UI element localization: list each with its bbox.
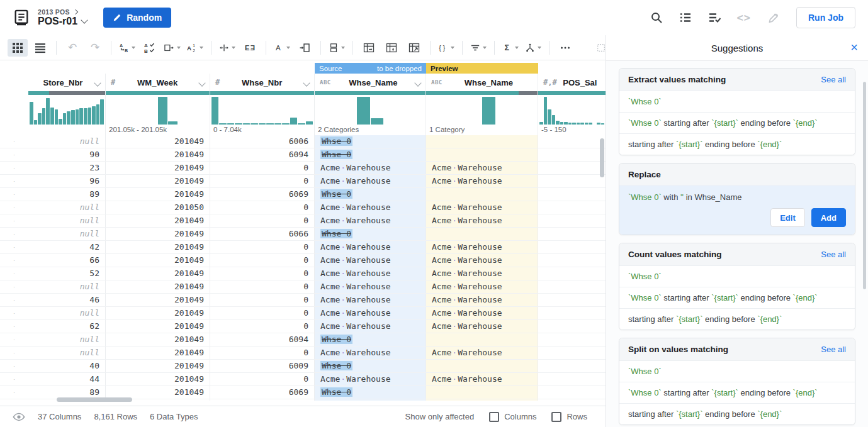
cell[interactable]: null xyxy=(28,280,106,293)
steps-checklist-icon[interactable] xyxy=(708,11,721,24)
close-icon[interactable]: × xyxy=(850,40,858,54)
format-number-icon[interactable]: A12 xyxy=(185,39,205,57)
replace-icon[interactable]: AB xyxy=(117,39,137,57)
row-view-icon[interactable] xyxy=(30,39,50,57)
row-menu-dot[interactable]: · xyxy=(0,254,28,267)
breadcrumb-flow[interactable]: 2013 POS xyxy=(38,8,70,16)
cell[interactable]: Acme·Warehouse xyxy=(315,320,426,333)
cell[interactable]: Acme·Warehouse xyxy=(315,175,426,187)
cell[interactable]: Whse 0 xyxy=(315,148,426,161)
edit-button[interactable]: Edit xyxy=(770,208,805,227)
column-header-Whse_Name[interactable]: ABCWhse_Name2 Categories xyxy=(315,74,426,135)
cell[interactable] xyxy=(538,347,606,359)
cell[interactable]: 52 xyxy=(28,267,106,280)
panel-scrollbar-thumb[interactable] xyxy=(863,82,866,289)
cell[interactable]: 0 xyxy=(210,399,315,401)
column-menu-chevron-icon[interactable] xyxy=(95,78,100,87)
cell[interactable]: 0 xyxy=(210,280,315,293)
row-menu-dot[interactable]: · xyxy=(0,267,28,280)
cell[interactable]: 201050 xyxy=(106,201,210,214)
cell[interactable]: 6066 xyxy=(210,228,315,240)
cell[interactable]: 96 xyxy=(28,175,106,187)
cell[interactable]: Whse 0 xyxy=(315,135,426,148)
row-menu-dot[interactable]: · xyxy=(0,135,28,148)
row-menu-dot[interactable]: · xyxy=(0,333,28,346)
cell[interactable]: 201049 xyxy=(106,267,210,280)
cell[interactable]: 6094 xyxy=(210,148,315,161)
table-horizontal-scrollbar-thumb[interactable] xyxy=(57,397,132,402)
cell[interactable]: 0 xyxy=(210,214,315,227)
column-histogram[interactable] xyxy=(106,95,210,125)
cell[interactable]: null xyxy=(28,228,106,240)
suggestion-item[interactable]: starting after `{start}` ending before `… xyxy=(619,403,855,424)
cell[interactable]: 201049 xyxy=(106,254,210,267)
cell[interactable] xyxy=(538,135,606,148)
unpivot-icon[interactable] xyxy=(381,39,402,57)
cell[interactable] xyxy=(538,294,606,306)
cell[interactable]: 201049 xyxy=(106,360,210,372)
cell[interactable]: 0 xyxy=(210,254,315,267)
cell[interactable]: 66 xyxy=(28,254,106,267)
column-menu-chevron-icon[interactable] xyxy=(200,78,205,87)
cell[interactable]: 42 xyxy=(28,241,106,253)
cell[interactable] xyxy=(538,373,606,385)
cell[interactable] xyxy=(538,148,606,161)
cell[interactable]: 201049 xyxy=(106,320,210,333)
cell[interactable]: Whse 0 xyxy=(315,188,426,201)
sample-random-button[interactable]: Random xyxy=(103,8,171,28)
cell[interactable]: 6069 xyxy=(210,386,315,399)
data-quality-bar[interactable] xyxy=(28,91,105,95)
cell[interactable]: Acme·Warehouse xyxy=(426,320,538,333)
cell[interactable] xyxy=(538,188,606,201)
cell[interactable]: Acme·Warehouse xyxy=(426,373,538,385)
row-menu-dot[interactable]: · xyxy=(0,201,28,214)
cell[interactable]: Whse 0 xyxy=(315,333,426,346)
column-header-WM_Week[interactable]: #WM_Week201.05k - 201.05k xyxy=(106,74,210,135)
manage-columns-icon[interactable] xyxy=(327,39,347,57)
cell[interactable]: 46 xyxy=(28,294,106,306)
insert-icon[interactable] xyxy=(295,39,315,57)
row-menu-dot[interactable]: · xyxy=(0,347,28,359)
standardize-icon[interactable]: AB xyxy=(140,39,160,57)
run-job-button[interactable]: Run Job xyxy=(796,7,855,28)
row-menu-dot[interactable]: · xyxy=(0,175,28,187)
see-all-link[interactable]: See all xyxy=(821,75,846,84)
cell[interactable]: 62 xyxy=(28,320,106,333)
column-header-Store_Nbr[interactable]: Store_Nbr xyxy=(28,74,106,135)
cell[interactable]: null xyxy=(28,214,106,227)
cell[interactable]: 23 xyxy=(28,162,106,174)
cell[interactable]: Acme·Warehouse xyxy=(426,307,538,319)
cell[interactable] xyxy=(538,175,606,187)
row-menu-dot[interactable]: · xyxy=(0,399,28,401)
cell[interactable]: Acme·Warehouse xyxy=(315,214,426,227)
suggestion-item[interactable]: `Whse 0` xyxy=(619,360,855,382)
cell[interactable] xyxy=(426,148,538,161)
column-menu-chevron-icon[interactable] xyxy=(415,78,420,87)
data-quality-bar[interactable] xyxy=(315,91,426,95)
cell[interactable]: Acme·Warehouse xyxy=(315,294,426,306)
cell[interactable]: Acme·Warehouse xyxy=(315,280,426,293)
cell[interactable]: 201049 xyxy=(106,228,210,240)
data-quality-bar[interactable] xyxy=(106,91,210,95)
cell[interactable]: 201049 xyxy=(106,347,210,359)
cell[interactable]: Acme·Warehouse xyxy=(426,267,538,280)
cell[interactable] xyxy=(538,267,606,280)
page-title[interactable]: POS-r01 xyxy=(38,16,87,27)
column-histogram[interactable] xyxy=(28,95,105,125)
cell[interactable]: Acme·Warehouse xyxy=(426,201,538,214)
grid-view-icon[interactable] xyxy=(8,39,28,57)
aggregate-icon[interactable]: Σ xyxy=(500,39,521,57)
cell[interactable]: 201049 xyxy=(106,188,210,201)
suggestion-item[interactable]: `Whse 0` xyxy=(619,265,855,287)
row-menu-dot[interactable]: · xyxy=(0,360,28,372)
filter-icon[interactable] xyxy=(468,39,488,57)
cell[interactable]: 0 xyxy=(210,294,315,306)
cell[interactable] xyxy=(538,254,606,267)
cell[interactable]: 90 xyxy=(28,148,106,161)
affected-columns-checkbox[interactable]: Columns xyxy=(489,412,536,422)
cell[interactable]: 0 xyxy=(210,201,315,214)
suggestion-item[interactable]: `Whse 0` starting after `{start}` ending… xyxy=(619,287,855,308)
cell[interactable]: 0 xyxy=(210,347,315,359)
row-menu-dot[interactable]: · xyxy=(0,241,28,253)
data-quality-bar[interactable] xyxy=(426,91,538,95)
